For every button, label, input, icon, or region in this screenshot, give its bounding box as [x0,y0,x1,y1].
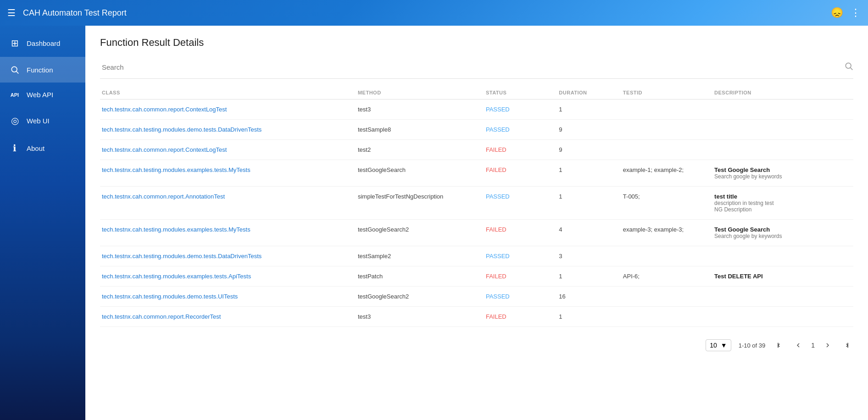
svg-line-1 [17,72,19,74]
sidebar-label-dashboard: Dashboard [27,39,60,47]
cell-duration: 16 [559,293,623,300]
topbar: ☰ CAH Automaton Test Report 😞 ⋮ [0,0,868,26]
pagination: 10 ▼ 1-10 of 39 1 [100,338,853,353]
sidebar-label-about: About [27,144,45,152]
cell-description: Test Google SearchSearch google by keywo… [714,226,851,239]
table-row: tech.testnx.cah.testing.modules.examples… [100,266,853,287]
col-class: CLASS [102,90,358,95]
col-method: METHOD [358,90,486,95]
cell-class: tech.testnx.cah.common.report.RecorderTe… [102,313,358,320]
col-testid: TESTID [623,90,714,95]
svg-point-2 [846,63,851,68]
function-icon [9,65,20,74]
next-page-button[interactable] [820,338,835,353]
table-row: tech.testnx.cah.testing.modules.demo.tes… [100,287,853,307]
table-row: tech.testnx.cah.testing.modules.demo.tes… [100,246,853,266]
cell-testid: T-005; [623,193,714,200]
col-status: STATUS [486,90,559,95]
sidebar-label-function: Function [27,66,53,74]
cell-description: Test DELETE API [714,273,851,280]
menu-icon[interactable]: ☰ [7,7,16,18]
table-row: tech.testnx.cah.testing.modules.examples… [100,160,853,187]
sidebar: ⊞ Dashboard Function API Web API ◎ Web U… [0,26,85,420]
cell-method: testGoogleSearch2 [358,293,486,300]
main-content: Function Result Details CLASS METHOD STA… [85,26,868,420]
dashboard-icon: ⊞ [9,38,20,49]
prev-page-button[interactable] [791,338,806,353]
sidebar-label-webapi: Web API [27,91,53,99]
desc-title: test title [714,193,848,200]
webui-icon: ◎ [9,115,20,126]
cell-duration: 3 [559,253,623,260]
desc-title: Test Google Search [714,166,848,173]
table-row: tech.testnx.cah.testing.modules.examples… [100,220,853,246]
cell-testid: API-6; [623,273,714,280]
topbar-actions: 😞 ⋮ [831,7,861,19]
cell-description: test titledescription in testng testNG D… [714,193,851,213]
cell-class: tech.testnx.cah.testing.modules.demo.tes… [102,293,358,300]
current-page: 1 [809,342,817,349]
table-row: tech.testnx.cah.common.report.ContextLog… [100,140,853,160]
table-row: tech.testnx.cah.common.report.ContextLog… [100,99,853,120]
cell-duration: 1 [559,193,623,200]
sidebar-item-webui[interactable]: ◎ Web UI [0,107,85,134]
cell-status: PASSED [486,106,559,113]
svg-line-3 [851,68,853,70]
cell-status: PASSED [486,293,559,300]
cell-status: PASSED [486,126,559,133]
table-row: tech.testnx.cah.common.report.Annotation… [100,187,853,220]
page-info: 1-10 of 39 [739,342,766,349]
cell-method: simpleTestForTestNgDescription [358,193,486,200]
cell-class: tech.testnx.cah.testing.modules.demo.tes… [102,253,358,260]
page-size-value: 10 [710,342,717,349]
cell-class: tech.testnx.cah.testing.modules.examples… [102,166,358,173]
cell-method: testSample8 [358,126,486,133]
desc-title: Test Google Search [714,226,848,233]
cell-method: testGoogleSearch2 [358,226,486,233]
first-page-button[interactable] [773,338,787,353]
more-icon[interactable]: ⋮ [851,7,861,19]
webapi-icon: API [9,92,20,98]
last-page-button[interactable] [839,338,853,353]
col-duration: DURATION [559,90,623,95]
desc-sub: Search google by keywords [714,233,848,239]
search-icon [844,61,853,73]
cell-testid: example-3; example-3; [623,226,714,233]
desc-sub: Search google by keywords [714,173,848,180]
cell-status: FAILED [486,273,559,280]
cell-status: FAILED [486,226,559,233]
feedback-icon[interactable]: 😞 [831,7,843,19]
desc-title: Test DELETE API [714,273,848,280]
cell-method: testSample2 [358,253,486,260]
sidebar-item-webapi[interactable]: API Web API [0,83,85,107]
sidebar-label-webui: Web UI [27,117,50,125]
cell-method: test3 [358,106,486,113]
cell-description: Test Google SearchSearch google by keywo… [714,166,851,180]
cell-status: PASSED [486,253,559,260]
about-icon: ℹ [9,143,20,154]
cell-duration: 4 [559,226,623,233]
svg-point-0 [11,66,17,72]
cell-class: tech.testnx.cah.common.report.Annotation… [102,193,358,200]
col-description: DESCRIPTION [714,90,851,95]
table-row: tech.testnx.cah.common.report.RecorderTe… [100,307,853,327]
cell-duration: 1 [559,106,623,113]
cell-method: test3 [358,313,486,320]
cell-duration: 1 [559,166,623,173]
cell-testid: example-1; example-2; [623,166,714,173]
cell-status: FAILED [486,166,559,173]
cell-method: test2 [358,146,486,153]
page-size-arrow: ▼ [721,342,727,349]
desc-sub: description in testng testNG Description [714,200,848,213]
table-row: tech.testnx.cah.testing.modules.demo.tes… [100,120,853,140]
cell-duration: 1 [559,273,623,280]
page-size-select[interactable]: 10 ▼ [706,339,731,351]
search-input[interactable] [100,60,844,75]
table-body: tech.testnx.cah.common.report.ContextLog… [100,99,853,327]
sidebar-item-about[interactable]: ℹ About [0,134,85,162]
app-title: CAH Automaton Test Report [23,8,831,18]
table-header: CLASS METHOD STATUS DURATION TESTID DESC… [100,86,853,99]
sidebar-item-dashboard[interactable]: ⊞ Dashboard [0,29,85,57]
results-table: CLASS METHOD STATUS DURATION TESTID DESC… [100,86,853,327]
sidebar-item-function[interactable]: Function [0,57,85,83]
